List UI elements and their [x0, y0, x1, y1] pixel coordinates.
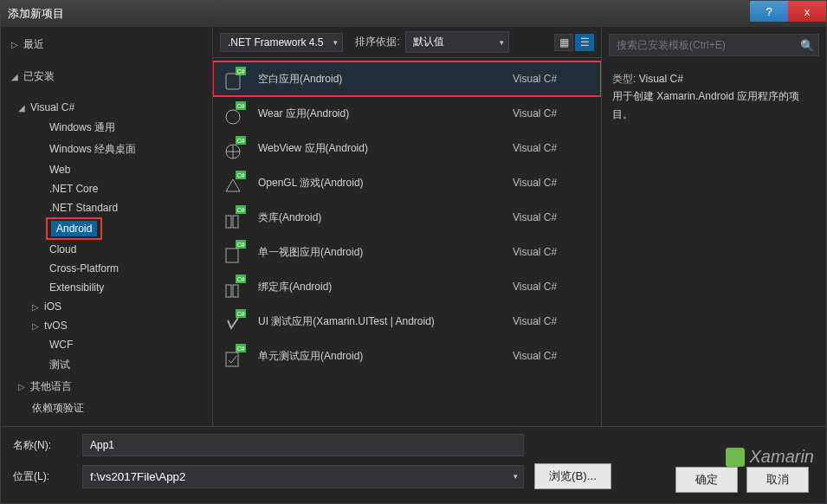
chevron-right-icon: ▷: [11, 40, 20, 49]
svg-text:C#: C#: [237, 103, 245, 109]
template-name: 空白应用(Android): [258, 72, 513, 87]
webview-cs-icon: C#: [223, 136, 246, 160]
svg-point-5: [226, 110, 240, 124]
sort-label: 排序依据:: [355, 35, 399, 49]
sort-dropdown[interactable]: 默认值▾: [405, 31, 509, 53]
help-button[interactable]: ?: [750, 1, 788, 22]
toolbar: .NET Framework 4.5▾ 排序依据: 默认值▾ ▦ ☰: [213, 27, 601, 58]
svg-text:C#: C#: [237, 172, 245, 178]
chevron-right-icon: ▷: [18, 382, 27, 391]
opengl-cs-icon: C#: [223, 171, 246, 195]
sidebar-tvos[interactable]: ▷tvOS: [1, 316, 212, 335]
sidebar-dep-validate[interactable]: 依赖项验证: [1, 397, 212, 419]
location-label: 位置(L):: [13, 469, 82, 484]
framework-dropdown[interactable]: .NET Framework 4.5▾: [220, 33, 343, 52]
type-label: 类型:: [612, 73, 636, 85]
sidebar-windows-universal[interactable]: Windows 通用: [1, 117, 212, 139]
template-lang: Visual C#: [513, 142, 591, 154]
template-lang: Visual C#: [513, 281, 591, 293]
template-name: 类库(Android): [258, 210, 513, 225]
sidebar-installed[interactable]: ◢已安装: [1, 66, 212, 87]
template-ui-test-app-android[interactable]: C# UI 测试应用(Xamarin.UITest | Android) Vis…: [213, 304, 601, 339]
close-button[interactable]: x: [788, 1, 826, 22]
template-list: C# 空白应用(Android) Visual C# C# Wear 应用(An…: [213, 58, 601, 426]
template-name: 单元测试应用(Android): [258, 349, 513, 364]
sidebar-net-standard[interactable]: .NET Standard: [1, 198, 212, 217]
template-binding-library-android[interactable]: C# 绑定库(Android) Visual C#: [213, 269, 601, 304]
svg-text:C#: C#: [237, 311, 245, 317]
category-sidebar: ▷最近 ◢已安装 ◢Visual C# Windows 通用 Windows 经…: [1, 27, 213, 426]
svg-rect-13: [226, 216, 231, 228]
sidebar-extensibility[interactable]: Extensibility: [1, 278, 212, 297]
svg-text:C#: C#: [237, 346, 245, 352]
unittest-cs-icon: C#: [223, 344, 246, 368]
chevron-right-icon: ▷: [32, 321, 41, 331]
template-single-view-app-android[interactable]: C# 单一视图应用(Android) Visual C#: [213, 235, 601, 269]
caret-down-icon: ▾: [333, 38, 338, 47]
chevron-down-icon: ◢: [11, 72, 20, 81]
sidebar-visual-csharp[interactable]: ◢Visual C#: [1, 98, 212, 117]
template-wear-app-android[interactable]: C# Wear 应用(Android) Visual C#: [213, 96, 601, 131]
uitest-cs-icon: C#: [223, 309, 246, 333]
svg-text:C#: C#: [237, 276, 245, 282]
view-list-button[interactable]: ☰: [575, 34, 594, 51]
svg-text:C#: C#: [237, 242, 245, 248]
caret-down-icon[interactable]: ▾: [514, 472, 518, 481]
template-lang: Visual C#: [513, 211, 591, 223]
template-lang: Visual C#: [513, 73, 591, 85]
template-lang: Visual C#: [513, 246, 591, 258]
template-name: 绑定库(Android): [258, 280, 513, 294]
template-lang: Visual C#: [513, 177, 591, 189]
sidebar-recent[interactable]: ▷最近: [1, 34, 212, 55]
classlib-cs-icon: C#: [223, 205, 246, 229]
sidebar-cloud[interactable]: Cloud: [1, 240, 212, 259]
template-blank-app-android[interactable]: C# 空白应用(Android) Visual C#: [213, 61, 601, 96]
chevron-down-icon: ◢: [18, 103, 27, 113]
sidebar-ios[interactable]: ▷iOS: [1, 297, 212, 316]
template-name: UI 测试应用(Xamarin.UITest | Android): [258, 314, 513, 329]
chevron-right-icon: ▷: [32, 302, 41, 312]
name-input[interactable]: [82, 434, 524, 456]
sidebar-cross-platform[interactable]: Cross-Platform: [1, 259, 212, 278]
android-cs-icon: C#: [223, 67, 246, 91]
sidebar-windows-classic[interactable]: Windows 经典桌面: [1, 139, 212, 160]
template-detail: 类型: Visual C# 用于创建 Xamarin.Android 应用程序的…: [602, 63, 826, 130]
template-unit-test-app-android[interactable]: C# 单元测试应用(Android) Visual C#: [213, 339, 601, 373]
search-input[interactable]: [609, 34, 819, 56]
svg-rect-20: [226, 285, 231, 297]
name-label: 名称(N):: [13, 438, 82, 453]
bottom-panel: 名称(N): 位置(L): ▾ 浏览(B)... 确定 取消 Xamarin: [1, 426, 826, 503]
sidebar-test[interactable]: 测试: [1, 354, 212, 376]
svg-rect-21: [233, 285, 238, 297]
browse-button[interactable]: 浏览(B)...: [534, 463, 611, 489]
sidebar-wcf[interactable]: WCF: [1, 335, 212, 354]
caret-down-icon: ▾: [500, 38, 504, 47]
template-opengl-game-android[interactable]: C# OpenGL 游戏(Android) Visual C#: [213, 165, 601, 200]
svg-rect-17: [226, 249, 238, 262]
template-name: 单一视图应用(Android): [258, 245, 513, 260]
template-class-library-android[interactable]: C# 类库(Android) Visual C#: [213, 200, 601, 235]
ok-button[interactable]: 确定: [675, 467, 738, 493]
svg-text:C#: C#: [237, 207, 245, 213]
template-webview-app-android[interactable]: C# WebView 应用(Android) Visual C#: [213, 131, 601, 165]
template-name: OpenGL 游戏(Android): [258, 176, 513, 191]
template-description: 用于创建 Xamarin.Android 应用程序的项目。: [612, 87, 816, 123]
svg-rect-14: [233, 216, 238, 228]
view-small-icons-button[interactable]: ▦: [554, 34, 573, 51]
sidebar-other-langs[interactable]: ▷其他语言: [1, 376, 212, 397]
cancel-button[interactable]: 取消: [746, 467, 809, 493]
search-icon[interactable]: 🔍: [800, 39, 814, 52]
svg-text:C#: C#: [237, 138, 245, 144]
sidebar-web[interactable]: Web: [1, 160, 212, 179]
template-name: Wear 应用(Android): [258, 107, 513, 121]
wear-cs-icon: C#: [223, 101, 246, 126]
template-lang: Visual C#: [513, 350, 591, 362]
template-lang: Visual C#: [513, 315, 591, 327]
sidebar-net-core[interactable]: .NET Core: [1, 179, 212, 198]
title-bar: 添加新项目 ? x: [1, 1, 826, 27]
type-value: Visual C#: [639, 73, 683, 85]
dialog-title: 添加新项目: [8, 6, 64, 22]
sidebar-android[interactable]: Android: [51, 221, 97, 236]
svg-rect-2: [226, 74, 240, 89]
location-input[interactable]: [90, 470, 516, 483]
